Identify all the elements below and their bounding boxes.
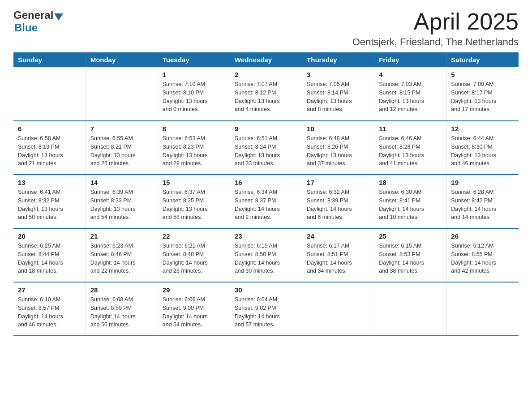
calendar-cell [374,282,446,336]
week-row-4: 20Sunrise: 6:25 AM Sunset: 8:44 PM Dayli… [13,228,519,282]
day-number: 26 [451,232,514,240]
day-info: Sunrise: 7:05 AM Sunset: 8:14 PM Dayligh… [307,80,369,114]
day-header-friday: Friday [374,52,446,67]
day-info: Sunrise: 6:15 AM Sunset: 8:53 PM Dayligh… [379,242,442,275]
day-info: Sunrise: 7:10 AM Sunset: 8:10 PM Dayligh… [163,80,225,114]
calendar-cell: 9Sunrise: 6:51 AM Sunset: 8:24 PM Daylig… [230,121,302,175]
day-header-tuesday: Tuesday [158,52,230,67]
calendar-cell: 12Sunrise: 6:44 AM Sunset: 8:30 PM Dayli… [446,121,519,175]
day-number: 6 [18,125,81,133]
calendar-cell: 6Sunrise: 6:58 AM Sunset: 8:19 PM Daylig… [13,121,86,175]
day-number: 30 [235,286,297,294]
logo: General Blue [13,9,63,34]
day-number: 27 [18,286,81,294]
day-number: 24 [307,232,369,240]
calendar-cell: 20Sunrise: 6:25 AM Sunset: 8:44 PM Dayli… [13,228,86,282]
calendar-cell: 5Sunrise: 7:00 AM Sunset: 8:17 PM Daylig… [446,67,519,121]
page-subtitle: Oentsjerk, Friesland, The Netherlands [352,36,519,48]
calendar-cell: 21Sunrise: 6:23 AM Sunset: 8:46 PM Dayli… [86,228,158,282]
logo-triangle-icon [54,13,63,21]
day-info: Sunrise: 7:07 AM Sunset: 8:12 PM Dayligh… [235,80,297,114]
day-info: Sunrise: 7:00 AM Sunset: 8:17 PM Dayligh… [451,80,514,114]
day-number: 23 [235,232,297,240]
day-number: 12 [451,125,514,133]
day-number: 15 [163,179,225,186]
calendar-cell: 22Sunrise: 6:21 AM Sunset: 8:48 PM Dayli… [158,228,230,282]
day-number: 25 [379,232,442,240]
calendar-cell [446,282,519,336]
calendar-table: SundayMondayTuesdayWednesdayThursdayFrid… [13,52,519,336]
calendar-cell: 28Sunrise: 6:08 AM Sunset: 8:59 PM Dayli… [86,282,158,336]
day-header-wednesday: Wednesday [230,52,302,67]
calendar-cell: 29Sunrise: 6:06 AM Sunset: 9:00 PM Dayli… [158,282,230,336]
calendar-cell: 23Sunrise: 6:19 AM Sunset: 8:50 PM Dayli… [230,228,302,282]
day-number: 17 [307,179,369,186]
day-info: Sunrise: 6:06 AM Sunset: 9:00 PM Dayligh… [163,295,225,329]
day-info: Sunrise: 6:04 AM Sunset: 9:02 PM Dayligh… [235,295,297,329]
calendar-cell: 24Sunrise: 6:17 AM Sunset: 8:51 PM Dayli… [302,228,374,282]
day-info: Sunrise: 6:53 AM Sunset: 8:23 PM Dayligh… [163,134,225,168]
calendar-cell: 16Sunrise: 6:34 AM Sunset: 8:37 PM Dayli… [230,175,302,228]
page-header: General Blue April 2025 Oentsjerk, Fries… [13,9,519,48]
day-info: Sunrise: 6:19 AM Sunset: 8:50 PM Dayligh… [235,242,297,275]
day-number: 21 [90,232,153,240]
calendar-cell: 15Sunrise: 6:37 AM Sunset: 8:35 PM Dayli… [158,175,230,228]
logo-blue-text: Blue [14,21,38,34]
calendar-cell: 18Sunrise: 6:30 AM Sunset: 8:41 PM Dayli… [374,175,446,228]
day-number: 22 [163,232,225,240]
day-info: Sunrise: 6:17 AM Sunset: 8:51 PM Dayligh… [307,242,369,275]
day-info: Sunrise: 6:51 AM Sunset: 8:24 PM Dayligh… [235,134,297,168]
day-info: Sunrise: 6:37 AM Sunset: 8:35 PM Dayligh… [163,188,225,222]
day-info: Sunrise: 6:25 AM Sunset: 8:44 PM Dayligh… [18,242,81,275]
day-info: Sunrise: 6:39 AM Sunset: 8:33 PM Dayligh… [90,188,153,222]
calendar-cell: 1Sunrise: 7:10 AM Sunset: 8:10 PM Daylig… [158,67,230,121]
day-info: Sunrise: 6:55 AM Sunset: 8:21 PM Dayligh… [90,134,153,168]
day-info: Sunrise: 6:46 AM Sunset: 8:28 PM Dayligh… [379,134,442,168]
day-number: 3 [307,71,369,78]
day-number: 7 [90,125,153,133]
day-number: 4 [379,71,442,78]
day-header-monday: Monday [86,52,158,67]
day-info: Sunrise: 6:10 AM Sunset: 8:57 PM Dayligh… [18,295,81,329]
logo-general-text: General [13,9,53,21]
title-block: April 2025 Oentsjerk, Friesland, The Net… [352,9,519,48]
day-number: 29 [163,286,225,294]
day-number: 5 [451,71,514,78]
day-number: 2 [235,71,297,78]
week-row-2: 6Sunrise: 6:58 AM Sunset: 8:19 PM Daylig… [13,121,519,175]
calendar-cell: 25Sunrise: 6:15 AM Sunset: 8:53 PM Dayli… [374,228,446,282]
calendar-cell: 10Sunrise: 6:48 AM Sunset: 8:26 PM Dayli… [302,121,374,175]
calendar-cell: 7Sunrise: 6:55 AM Sunset: 8:21 PM Daylig… [86,121,158,175]
calendar-header: SundayMondayTuesdayWednesdayThursdayFrid… [13,52,519,67]
day-header-thursday: Thursday [302,52,374,67]
day-number: 9 [235,125,297,133]
day-info: Sunrise: 6:58 AM Sunset: 8:19 PM Dayligh… [18,134,81,168]
week-row-5: 27Sunrise: 6:10 AM Sunset: 8:57 PM Dayli… [13,282,519,336]
day-number: 19 [451,179,514,186]
day-info: Sunrise: 7:03 AM Sunset: 8:15 PM Dayligh… [379,80,442,114]
week-row-3: 13Sunrise: 6:41 AM Sunset: 8:32 PM Dayli… [13,175,519,228]
calendar-cell: 4Sunrise: 7:03 AM Sunset: 8:15 PM Daylig… [374,67,446,121]
day-number: 14 [90,179,153,186]
day-header-saturday: Saturday [446,52,519,67]
calendar-cell: 14Sunrise: 6:39 AM Sunset: 8:33 PM Dayli… [86,175,158,228]
day-info: Sunrise: 6:12 AM Sunset: 8:55 PM Dayligh… [451,242,514,275]
day-number: 10 [307,125,369,133]
day-info: Sunrise: 6:30 AM Sunset: 8:41 PM Dayligh… [379,188,442,222]
calendar-body: 1Sunrise: 7:10 AM Sunset: 8:10 PM Daylig… [13,67,519,336]
day-info: Sunrise: 6:23 AM Sunset: 8:46 PM Dayligh… [90,242,153,275]
calendar-cell: 19Sunrise: 6:28 AM Sunset: 8:42 PM Dayli… [446,175,519,228]
day-info: Sunrise: 6:41 AM Sunset: 8:32 PM Dayligh… [18,188,81,222]
week-row-1: 1Sunrise: 7:10 AM Sunset: 8:10 PM Daylig… [13,67,519,121]
calendar-cell [86,67,158,121]
calendar-cell [302,282,374,336]
day-header-sunday: Sunday [13,52,86,67]
day-number: 20 [18,232,81,240]
day-number: 13 [18,179,81,186]
calendar-cell: 8Sunrise: 6:53 AM Sunset: 8:23 PM Daylig… [158,121,230,175]
calendar-cell: 17Sunrise: 6:32 AM Sunset: 8:39 PM Dayli… [302,175,374,228]
calendar-cell [13,67,86,121]
day-info: Sunrise: 6:34 AM Sunset: 8:37 PM Dayligh… [235,188,297,222]
day-number: 11 [379,125,442,133]
day-number: 18 [379,179,442,186]
